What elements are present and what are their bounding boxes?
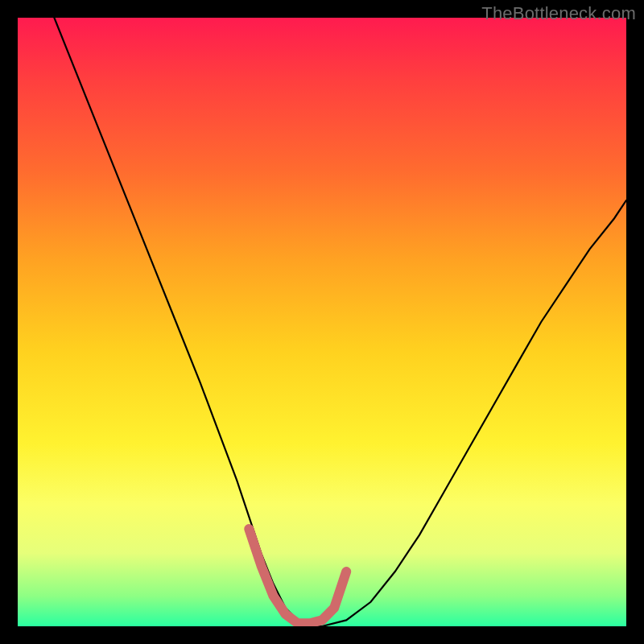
watermark-text: TheBottleneck.com [481,3,636,24]
plot-area [18,18,626,626]
chart-frame: TheBottleneck.com [0,0,644,644]
curve-layer [18,18,626,626]
bottleneck-curve [54,18,626,626]
optimal-zone-highlight [249,529,346,623]
